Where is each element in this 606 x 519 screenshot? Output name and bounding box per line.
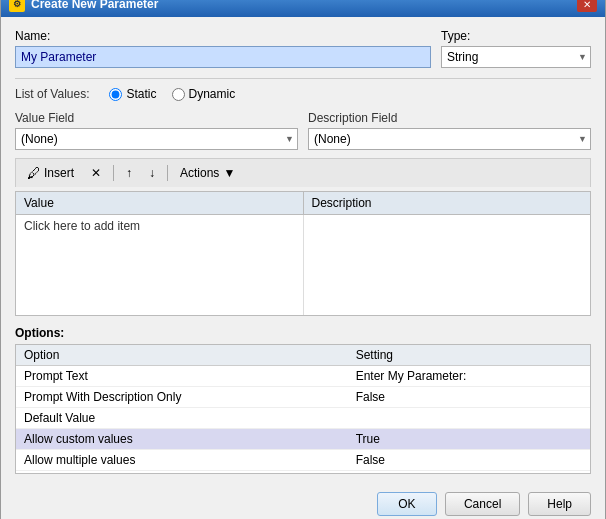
title-bar-left: ⚙ Create New Parameter: [9, 0, 158, 12]
description-field-select[interactable]: (None): [308, 128, 591, 150]
setting-cell: [348, 408, 590, 429]
options-table-body: Prompt Text Enter My Parameter: Prompt W…: [16, 366, 590, 471]
values-table: Value Description Click here to add item: [15, 191, 591, 316]
type-select-wrapper: String Integer Float Boolean Date: [441, 46, 591, 68]
options-table: Option Setting Prompt Text Enter My Para…: [16, 345, 590, 471]
options-section: Options: Option Setting Prompt Text Ente…: [15, 326, 591, 474]
cancel-button[interactable]: Cancel: [445, 492, 520, 516]
toolbar: 🖊 Insert ✕ ↑ ↓ Actions ▼: [15, 158, 591, 187]
radio-group: Static Dynamic: [109, 87, 235, 101]
name-label: Name:: [15, 29, 431, 43]
name-input[interactable]: [15, 46, 431, 68]
option-cell: Allow custom values: [16, 429, 348, 450]
setting-cell: False: [348, 387, 590, 408]
dynamic-label: Dynamic: [189, 87, 236, 101]
table-desc-cell: [304, 215, 591, 315]
divider-1: [15, 78, 591, 79]
setting-cell: Enter My Parameter:: [348, 366, 590, 387]
option-cell: Prompt With Description Only: [16, 387, 348, 408]
delete-icon: ✕: [91, 166, 101, 180]
ok-button[interactable]: OK: [377, 492, 437, 516]
dialog-body: Name: Type: String Integer Float Boolean…: [1, 17, 605, 519]
bottom-buttons: OK Cancel Help: [15, 484, 591, 516]
options-table-header: Option Setting: [16, 345, 590, 366]
table-body: Click here to add item: [16, 215, 590, 315]
move-up-button[interactable]: ↑: [119, 163, 139, 183]
options-table-container[interactable]: Option Setting Prompt Text Enter My Para…: [15, 344, 591, 474]
list-values-row: List of Values: Static Dynamic: [15, 87, 591, 101]
table-row[interactable]: Prompt Text Enter My Parameter:: [16, 366, 590, 387]
static-radio[interactable]: [109, 88, 122, 101]
toolbar-separator-2: [167, 165, 168, 181]
click-to-add-text[interactable]: Click here to add item: [24, 217, 140, 235]
title-bar: ⚙ Create New Parameter ✕: [1, 0, 605, 17]
type-select[interactable]: String Integer Float Boolean Date: [441, 46, 591, 68]
name-type-row: Name: Type: String Integer Float Boolean…: [15, 29, 591, 68]
dialog-icon: ⚙: [9, 0, 25, 12]
dynamic-radio[interactable]: [172, 88, 185, 101]
options-label: Options:: [15, 326, 591, 340]
name-section: Name:: [15, 29, 431, 68]
up-icon: ↑: [126, 166, 132, 180]
value-field-select[interactable]: (None): [15, 128, 298, 150]
move-down-button[interactable]: ↓: [142, 163, 162, 183]
type-label: Type:: [441, 29, 591, 43]
insert-label: Insert: [44, 166, 74, 180]
down-icon: ↓: [149, 166, 155, 180]
description-field-select-wrapper: (None): [308, 128, 591, 150]
static-option[interactable]: Static: [109, 87, 156, 101]
dynamic-option[interactable]: Dynamic: [172, 87, 236, 101]
insert-button[interactable]: 🖊 Insert: [20, 162, 81, 184]
setting-col-header: Setting: [348, 345, 590, 366]
actions-label: Actions: [180, 166, 219, 180]
table-row[interactable]: Default Value: [16, 408, 590, 429]
close-button[interactable]: ✕: [577, 0, 597, 12]
delete-button[interactable]: ✕: [84, 163, 108, 183]
value-field-select-wrapper: (None): [15, 128, 298, 150]
value-field-label: Value Field: [15, 111, 298, 125]
table-row[interactable]: Prompt With Description Only False: [16, 387, 590, 408]
option-cell: Prompt Text: [16, 366, 348, 387]
setting-cell: True: [348, 429, 590, 450]
field-row: Value Field (None) Description Field (No…: [15, 111, 591, 150]
table-header: Value Description: [16, 192, 590, 215]
value-column-header: Value: [16, 192, 304, 214]
table-row[interactable]: Allow custom values True: [16, 429, 590, 450]
insert-icon: 🖊: [27, 165, 41, 181]
table-value-cell: Click here to add item: [16, 215, 304, 315]
description-field-group: Description Field (None): [308, 111, 591, 150]
help-button[interactable]: Help: [528, 492, 591, 516]
option-cell: Allow multiple values: [16, 450, 348, 471]
description-field-label: Description Field: [308, 111, 591, 125]
actions-arrow-icon: ▼: [223, 166, 235, 180]
create-parameter-dialog: ⚙ Create New Parameter ✕ Name: Type: Str…: [0, 0, 606, 519]
static-label: Static: [126, 87, 156, 101]
table-row[interactable]: Allow multiple values False: [16, 450, 590, 471]
setting-cell: False: [348, 450, 590, 471]
options-header-row: Option Setting: [16, 345, 590, 366]
list-of-values-label: List of Values:: [15, 87, 89, 101]
type-section: Type: String Integer Float Boolean Date: [441, 29, 591, 68]
toolbar-separator: [113, 165, 114, 181]
actions-button[interactable]: Actions ▼: [173, 163, 242, 183]
option-cell: Default Value: [16, 408, 348, 429]
dialog-title: Create New Parameter: [31, 0, 158, 11]
value-field-group: Value Field (None): [15, 111, 298, 150]
description-column-header: Description: [304, 192, 591, 214]
option-col-header: Option: [16, 345, 348, 366]
